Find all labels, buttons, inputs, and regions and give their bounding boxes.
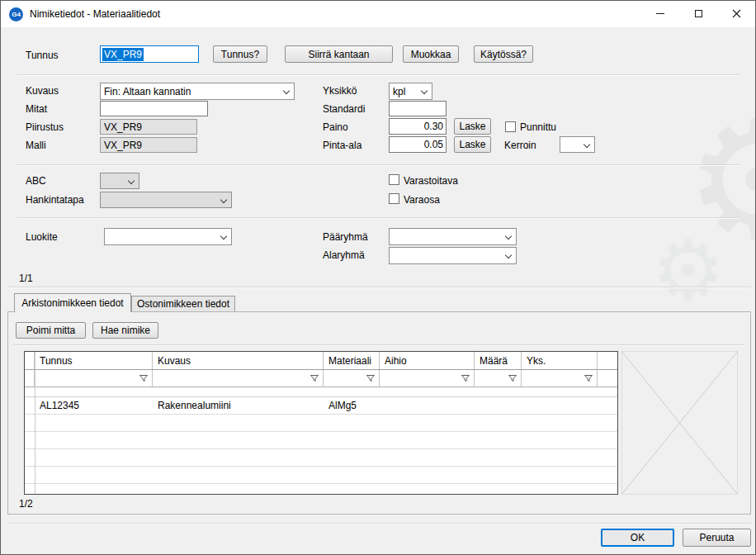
kuvaus-dropdown[interactable]: Fin: Altaan kannatin	[100, 83, 295, 100]
chevron-down-icon	[283, 88, 290, 94]
table-header-row: Tunnus Kuvaus Materiaali Aihio Määrä Yks…	[25, 352, 617, 370]
chevron-down-icon	[220, 197, 227, 203]
filter-cell-materiaali[interactable]	[324, 370, 380, 387]
alaryhma-dropdown[interactable]	[389, 247, 517, 264]
tab-label: Arkistonimikkeen tiedot	[21, 297, 123, 309]
luokite-label: Luokite	[26, 231, 58, 243]
chevron-down-icon	[584, 141, 590, 148]
malli-field: VX_PR9	[100, 137, 197, 153]
punnittu-checkbox[interactable]	[505, 121, 516, 132]
app-icon: G4	[9, 7, 23, 21]
filter-cell-aihio[interactable]	[380, 370, 475, 387]
luokite-dropdown[interactable]	[104, 228, 232, 245]
malli-value: VX_PR9	[104, 140, 142, 151]
column-header-tunnus[interactable]: Tunnus	[35, 352, 153, 369]
varaosa-checkbox[interactable]	[389, 193, 399, 204]
varastoitava-checkbox[interactable]	[389, 174, 399, 185]
form-page-indicator: 1/1	[19, 273, 33, 284]
dialog-window: ⚙ ⚙ G4 Nimiketiedot - Materiaalitiedot T…	[0, 0, 756, 555]
maximize-button[interactable]	[679, 1, 717, 26]
siirra-kantaan-label: Siirrä kantaan	[308, 49, 369, 60]
muokkaa-button[interactable]: Muokkaa	[403, 45, 459, 63]
table-filter-row	[25, 370, 617, 387]
title-bar[interactable]: G4 Nimiketiedot - Materiaalitiedot	[1, 1, 755, 27]
tab-ostonimikkeen-tiedot[interactable]: Ostonimikkeen tiedot	[131, 296, 235, 311]
filter-cell-yks[interactable]	[522, 370, 598, 387]
chevron-down-icon	[128, 178, 135, 184]
laske-pinta-ala-button[interactable]: Laske	[454, 136, 491, 153]
minimize-button[interactable]	[641, 1, 679, 26]
selector-column-line	[35, 352, 35, 494]
cell-tunnus: AL12345	[35, 397, 153, 414]
paaryhma-dropdown[interactable]	[389, 228, 517, 245]
filter-cell-maara[interactable]	[475, 370, 522, 387]
filter-cell-tunnus[interactable]	[35, 370, 153, 387]
peruuta-button[interactable]: Peruuta	[683, 529, 751, 547]
hae-nimike-button[interactable]: Hae nimike	[92, 322, 158, 339]
row-selector-cell	[25, 397, 35, 414]
chevron-down-icon	[220, 233, 227, 240]
malli-label: Malli	[26, 140, 46, 151]
tunnus-question-button[interactable]: Tunnus?	[213, 45, 267, 63]
column-label: Kuvaus	[158, 355, 191, 367]
laske-paino-button[interactable]: Laske	[454, 118, 491, 135]
column-header-kuvaus[interactable]: Kuvaus	[153, 352, 324, 369]
abc-label: ABC	[26, 175, 46, 187]
standardi-input[interactable]	[389, 101, 447, 116]
hae-nimike-label: Hae nimike	[101, 325, 150, 336]
cell-aihio	[380, 397, 475, 414]
column-header-maara[interactable]: Määrä	[475, 352, 522, 369]
yksikko-dropdown[interactable]: kpl	[389, 83, 432, 100]
column-header-yks[interactable]: Yks.	[522, 352, 598, 369]
table-row-empty	[25, 449, 617, 467]
table-row-empty	[25, 484, 617, 495]
ok-label: OK	[631, 532, 645, 543]
funnel-icon[interactable]	[582, 372, 594, 385]
paino-input[interactable]: 0.30	[389, 118, 447, 135]
filter-filler	[598, 370, 617, 387]
separator	[14, 344, 744, 345]
tunnus-input[interactable]: VX_PR9	[100, 45, 199, 63]
filter-cell-kuvaus[interactable]	[153, 370, 324, 387]
table-row-empty	[25, 467, 617, 484]
column-header-materiaali[interactable]: Materiaali	[324, 352, 380, 369]
siirra-kantaan-button[interactable]: Siirrä kantaan	[285, 45, 393, 63]
poimi-mitta-button[interactable]: Poimi mitta	[16, 322, 86, 339]
funnel-icon[interactable]	[308, 372, 320, 385]
abc-dropdown[interactable]	[100, 173, 139, 189]
table-row[interactable]: AL12345 Rakennealumiini AlMg5	[25, 397, 617, 415]
funnel-icon[interactable]	[506, 372, 518, 385]
kuvaus-label: Kuvaus	[26, 85, 59, 97]
standardi-label: Standardi	[323, 103, 365, 115]
pinta-ala-input[interactable]: 0.05	[389, 136, 447, 153]
kaytossa-button[interactable]: Käytössä?	[474, 45, 533, 63]
tab-arkistonimikkeen-tiedot[interactable]: Arkistonimikkeen tiedot	[14, 293, 131, 312]
chevron-down-icon	[505, 252, 512, 259]
row-selector-header	[25, 352, 35, 369]
close-button[interactable]	[717, 1, 755, 26]
mitat-input[interactable]	[100, 101, 208, 116]
column-header-aihio[interactable]: Aihio	[380, 352, 475, 369]
kuvaus-value: Fin: Altaan kannatin	[104, 86, 191, 97]
funnel-icon[interactable]	[364, 372, 376, 385]
cell-kuvaus: Rakennealumiini	[153, 397, 324, 414]
tunnus-label: Tunnus	[26, 50, 59, 61]
table-row-empty	[25, 432, 617, 449]
peruuta-label: Peruuta	[699, 532, 734, 543]
funnel-icon[interactable]	[137, 372, 149, 385]
column-label: Aihio	[385, 355, 407, 367]
ok-button[interactable]: OK	[601, 529, 674, 547]
window-title: Nimiketiedot - Materiaalitiedot	[30, 8, 160, 20]
laske-label: Laske	[459, 139, 485, 150]
hankintatapa-dropdown[interactable]	[100, 192, 232, 208]
kerroin-dropdown[interactable]	[560, 136, 595, 153]
kerroin-label: Kerroin	[504, 140, 536, 151]
window-controls	[641, 1, 755, 27]
piirustus-field: VX_PR9	[100, 119, 197, 135]
tunnus-question-label: Tunnus?	[221, 49, 259, 60]
piirustus-label: Piirustus	[26, 121, 64, 133]
table-page-indicator: 1/2	[19, 498, 33, 510]
gear-watermark: ⚙	[651, 229, 725, 311]
funnel-icon[interactable]	[459, 372, 471, 385]
varastoitava-label: Varastoitava	[404, 175, 458, 187]
